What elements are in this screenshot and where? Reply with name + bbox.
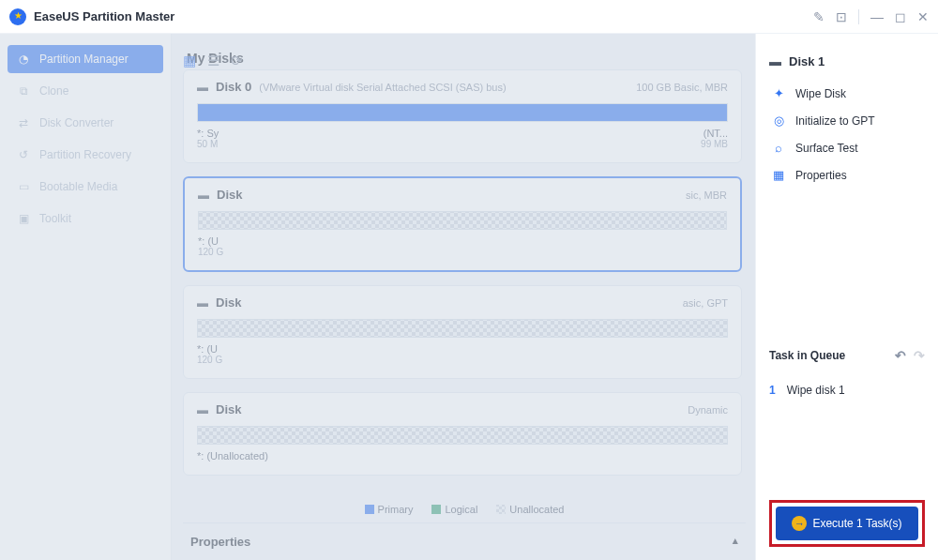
undo-icon[interactable]: ↶ xyxy=(895,348,906,363)
queue-item-label: Wipe disk 1 xyxy=(787,384,845,397)
minimize-icon[interactable]: — xyxy=(870,9,884,24)
notes-icon[interactable]: ✎ xyxy=(813,9,825,24)
action-icon: ⌕ xyxy=(771,141,786,155)
context-panel: ▬ Disk 1 ✦Wipe Disk◎Initialize to GPT⌕Su… xyxy=(755,34,938,560)
close-app-icon[interactable]: ✕ xyxy=(917,9,929,24)
action-label: Wipe Disk xyxy=(795,87,846,100)
gift-icon[interactable]: ⊡ xyxy=(836,9,847,24)
context-action[interactable]: ▦Properties xyxy=(769,161,925,189)
context-action[interactable]: ◎Initialize to GPT xyxy=(769,107,925,134)
context-title: ▬ Disk 1 xyxy=(769,54,925,68)
action-label: Properties xyxy=(795,169,847,182)
context-action[interactable]: ✦Wipe Disk xyxy=(769,80,925,107)
action-label: Initialize to GPT xyxy=(795,114,875,128)
context-action[interactable]: ⌕Surface Test xyxy=(769,134,925,161)
dim-overlay xyxy=(0,0,755,560)
arrow-right-icon: → xyxy=(792,516,807,531)
highlight-execute: → Execute 1 Task(s) xyxy=(769,500,925,547)
titlebar: ★ EaseUS Partition Master ✎ ⊡ — ◻ ✕ xyxy=(0,0,938,34)
action-icon: ✦ xyxy=(771,86,786,100)
queue-item[interactable]: 1 Wipe disk 1 xyxy=(769,384,925,397)
execute-button[interactable]: → Execute 1 Task(s) xyxy=(776,507,918,540)
app-logo: ★ xyxy=(9,8,26,25)
action-icon: ◎ xyxy=(771,114,786,128)
task-queue-title: Task in Queue xyxy=(769,349,845,362)
queue-item-number: 1 xyxy=(769,384,776,397)
app-title: EaseUS Partition Master xyxy=(34,9,174,23)
disk-icon: ▬ xyxy=(769,54,781,68)
redo-icon[interactable]: ↷ xyxy=(914,348,925,363)
action-icon: ▦ xyxy=(771,168,786,182)
action-label: Surface Test xyxy=(795,142,857,155)
maximize-icon[interactable]: ◻ xyxy=(895,9,906,24)
